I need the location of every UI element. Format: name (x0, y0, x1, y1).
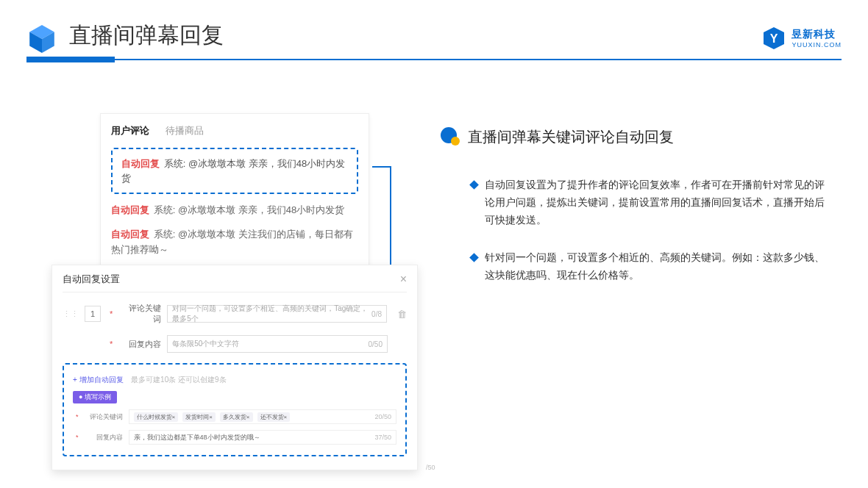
tab-pending-goods[interactable]: 待播商品 (166, 124, 204, 137)
example-badge: ● 填写示例 (73, 391, 117, 403)
ex-reply-label: 回复内容 (88, 433, 123, 442)
section-heading: 直播间弹幕关键词评论自动回复 (440, 126, 674, 147)
keyword-label: 评论关键词 (121, 303, 161, 325)
form-row-keywords: ⋮⋮ 1 * 评论关键词 对同一个问题，可设置多个相近、高频的关键词，Tag确定… (63, 303, 407, 325)
char-counter: 0/8 (371, 310, 382, 318)
required-dot: * (110, 340, 113, 348)
keyword-tag[interactable]: 什么时候发货× (134, 412, 179, 422)
char-counter: 20/50 (374, 413, 391, 420)
cube-icon (26, 24, 57, 54)
comment-text-2: @冰墩墩本墩 亲亲，我们48小时内发货 (178, 204, 344, 215)
comment-row: 自动回复 系统: @冰墩墩本墩 亲亲，我们48小时内发货 (111, 203, 358, 218)
reply-label: 回复内容 (121, 339, 161, 350)
bullet-item: 自动回复设置为了提升作者的评论回复效率，作者可在开播前针对常见的评论用户问题，提… (471, 176, 831, 229)
ex-reply-text: 亲，我们这边都是下单48小时内发货的哦～ (134, 433, 260, 442)
brand-logo-icon: Y (762, 26, 786, 50)
keyword-tag[interactable]: 还不发货× (257, 412, 291, 422)
system-label: 系统: (154, 229, 176, 240)
page-title: 直播间弹幕回复 (69, 21, 224, 51)
comments-panel: 用户评论 待播商品 自动回复 系统: @冰墩墩本墩 亲亲，我们48小时内发货 自… (100, 113, 369, 270)
bullet-item: 针对同一个问题，可设置多个相近的、高频的关键词。例如：这款多少钱、这块能优惠吗、… (471, 249, 831, 284)
char-counter: 0/50 (369, 340, 383, 348)
system-label: 系统: (164, 158, 186, 169)
ex-keyword-label: 评论关键词 (88, 412, 123, 422)
outer-counter: /50 (426, 464, 435, 471)
diamond-icon (469, 180, 479, 190)
diamond-icon (469, 254, 479, 263)
system-label: 系统: (154, 204, 176, 215)
header-divider (26, 59, 842, 60)
comment-row: 自动回复 系统: @冰墩墩本墩 关注我们的店铺，每日都有热门推荐呦～ (111, 227, 358, 258)
bullet-text: 针对同一个问题，可设置多个相近的、高频的关键词。例如：这款多少钱、这块能优惠吗、… (485, 249, 831, 284)
add-auto-reply-link[interactable]: + 增加自动回复 (73, 376, 124, 384)
auto-reply-label: 自动回复 (121, 158, 160, 169)
placeholder-text: 每条限50个中文字符 (172, 339, 239, 349)
close-icon[interactable]: × (400, 273, 407, 286)
tab-user-comments[interactable]: 用户评论 (111, 124, 149, 137)
brand-url: YUUXIN.COM (791, 41, 842, 49)
keyword-tag[interactable]: 发货时间× (182, 412, 216, 422)
settings-panel: 自动回复设置 × ⋮⋮ 1 * 评论关键词 对同一个问题，可设置多个相近、高频的… (51, 265, 418, 470)
placeholder-text: 对同一个问题，可设置多个相近、高频的关键词，Tag确定，最多5个 (172, 304, 371, 324)
message-icon (440, 126, 460, 147)
brand-block: Y 昱新科技 YUUXIN.COM (762, 26, 842, 50)
index-box: 1 (85, 306, 101, 322)
form-row-reply: * 回复内容 每条限50个中文字符 0/50 (63, 335, 407, 353)
settings-title: 自动回复设置 (63, 273, 120, 286)
auto-reply-label: 自动回复 (111, 204, 149, 215)
example-reply-row: * 回复内容 亲，我们这边都是下单48小时内发货的哦～ 37/50 (73, 430, 396, 445)
required-dot: * (110, 309, 113, 318)
highlighted-comment: 自动回复 系统: @冰墩墩本墩 亲亲，我们48小时内发货 (111, 148, 358, 194)
example-keyword-row: * 评论关键词 什么时候发货× 发货时间× 多久发货× 还不发货× 20/50 (73, 409, 396, 424)
reply-input[interactable]: 每条限50个中文字符 0/50 (167, 335, 388, 353)
bullet-text: 自动回复设置为了提升作者的评论回复效率，作者可在开播前针对常见的评论用户问题，提… (485, 176, 831, 229)
char-counter: 37/50 (374, 434, 391, 441)
svg-point-6 (451, 137, 460, 146)
ex-reply-input[interactable]: 亲，我们这边都是下单48小时内发货的哦～ 37/50 (129, 430, 396, 445)
settings-header: 自动回复设置 × (63, 273, 407, 293)
keyword-tag[interactable]: 多久发货× (220, 412, 253, 422)
brand-name: 昱新科技 (791, 28, 842, 41)
auto-reply-label: 自动回复 (111, 229, 149, 240)
tabs: 用户评论 待播商品 (111, 124, 358, 137)
add-note: 最多可建10条 还可以创建9条 (131, 376, 226, 384)
example-block: + 增加自动回复 最多可建10条 还可以创建9条 ● 填写示例 * 评论关键词 … (63, 363, 407, 456)
svg-text:Y: Y (770, 32, 778, 45)
bullet-list: 自动回复设置为了提升作者的评论回复效率，作者可在开播前针对常见的评论用户问题，提… (471, 176, 831, 305)
section-title: 直播间弹幕关键词评论自动回复 (468, 127, 674, 147)
ex-keyword-input[interactable]: 什么时候发货× 发货时间× 多久发货× 还不发货× 20/50 (129, 409, 396, 424)
trash-icon[interactable]: 🗑 (397, 309, 407, 320)
keyword-input[interactable]: 对同一个问题，可设置多个相近、高频的关键词，Tag确定，最多5个 0/8 (167, 305, 387, 323)
